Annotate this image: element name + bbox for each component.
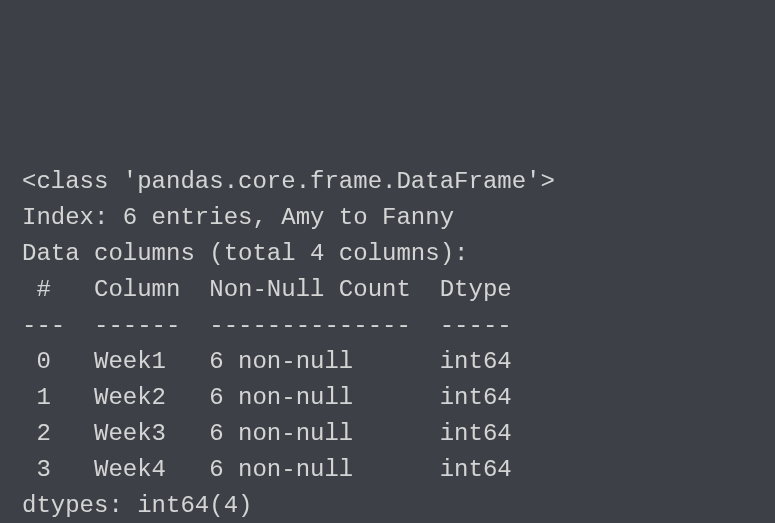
terminal-output: <class 'pandas.core.frame.DataFrame'>Ind… <box>22 164 753 523</box>
dtypes-line: dtypes: int64(4) <box>22 488 753 523</box>
table-row: 1 Week2 6 non-null int64 <box>22 380 753 416</box>
table-row: 3 Week4 6 non-null int64 <box>22 452 753 488</box>
table-header-line: # Column Non-Null Count Dtype <box>22 272 753 308</box>
table-divider-line: --- ------ -------------- ----- <box>22 308 753 344</box>
columns-info-line: Data columns (total 4 columns): <box>22 236 753 272</box>
class-info-line: <class 'pandas.core.frame.DataFrame'> <box>22 164 753 200</box>
table-row: 0 Week1 6 non-null int64 <box>22 344 753 380</box>
table-row: 2 Week3 6 non-null int64 <box>22 416 753 452</box>
index-info-line: Index: 6 entries, Amy to Fanny <box>22 200 753 236</box>
